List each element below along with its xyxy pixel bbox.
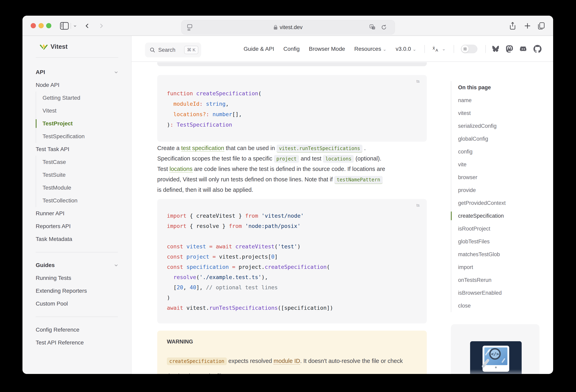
discord-icon[interactable] <box>519 45 527 53</box>
chevron-down-icon: ⌄ <box>383 47 386 52</box>
sidebar-item-vitest[interactable]: Vitest <box>36 104 131 117</box>
bluesky-icon[interactable] <box>492 45 500 53</box>
sun-icon <box>463 47 467 51</box>
sidebar-item-running-tests[interactable]: Running Tests <box>36 272 131 284</box>
toc-item-serializedconfig[interactable]: serializedConfig <box>451 120 551 132</box>
logo[interactable]: Vitest <box>23 36 131 57</box>
forward-button[interactable] <box>98 16 105 36</box>
code-line: import { resolve } from 'node:path/posix… <box>167 221 427 231</box>
nav-link-v3-0-0[interactable]: v3.0.0⌄ <box>396 46 416 52</box>
sidebar-item-label: Custom Pool <box>36 301 68 307</box>
toc-item-globtestfiles[interactable]: globTestFiles <box>451 235 551 248</box>
toc-item-ontestsrerun[interactable]: onTestsRerun <box>451 274 551 286</box>
sidebar-item-testcollection[interactable]: TestCollection <box>36 194 131 207</box>
text-link[interactable]: test specification <box>181 145 224 152</box>
sidebar-item-extending-reporters[interactable]: Extending Reporters <box>36 284 131 297</box>
toc-item-isrootproject[interactable]: isRootProject <box>451 222 551 235</box>
plain-text: Specification scopes the test file to a … <box>157 155 274 162</box>
tabs-overview-icon[interactable] <box>537 16 546 36</box>
chevron-down-icon[interactable] <box>73 16 77 36</box>
magnifier-icon: </> <box>489 348 501 360</box>
sponsor-card[interactable]: </> <box>451 324 540 374</box>
url-domain: vitest.dev <box>280 24 302 30</box>
sidebar-item-test-api-reference[interactable]: Test API Reference <box>36 336 131 349</box>
share-icon[interactable] <box>509 16 517 36</box>
toc-item-isbrowserenabled[interactable]: isBrowserEnabled <box>451 286 551 299</box>
plain-text: expects resolved <box>227 358 274 364</box>
toc-item-close[interactable]: close <box>451 299 551 312</box>
inline-code-link[interactable]: testNamePattern <box>334 176 383 184</box>
sidebar-item-task-metadata[interactable]: Task Metadata <box>36 233 131 245</box>
plain-text: that can be used in <box>224 145 277 151</box>
sidebar-item-api[interactable]: API <box>36 66 131 79</box>
sidebar-toggle-icon[interactable] <box>60 16 69 36</box>
paragraph-line: Create a test specification that can be … <box>157 143 434 153</box>
theme-toggle[interactable] <box>461 45 477 53</box>
sidebar-item-label: Node API <box>36 82 59 88</box>
navbar: Guide & APIConfigBrowser ModeResources⌄v… <box>234 36 542 62</box>
github-icon[interactable] <box>533 45 542 53</box>
toc-item-browser[interactable]: browser <box>451 171 551 184</box>
nav-link-config[interactable]: Config <box>283 46 300 52</box>
back-button[interactable] <box>84 16 91 36</box>
sidebar-item-label: Task Metadata <box>36 236 72 242</box>
sidebar-item-config-reference[interactable]: Config Reference <box>36 323 131 336</box>
code-block-example: ts import { createVitest } from 'vitest/… <box>157 199 427 323</box>
toc-item-vitest[interactable]: vitest <box>451 107 551 120</box>
toc-item-getprovidedcontext[interactable]: getProvidedContext <box>451 197 551 210</box>
lock-icon <box>274 25 278 30</box>
code-line: function createSpecification( <box>167 88 427 99</box>
toc-item-matchestestglob[interactable]: matchesTestGlob <box>451 248 551 261</box>
address-bar[interactable]: vitest.dev A 文 <box>181 20 395 34</box>
docs-sidebar: Vitest APINode APIGetting StartedVitestT… <box>23 36 132 374</box>
search-button[interactable]: Search ⌘ K <box>145 43 201 57</box>
sidebar-item-label: Runner API <box>36 210 64 217</box>
sidebar-item-custom-pool[interactable]: Custom Pool <box>36 297 131 310</box>
nav-link-browser-mode[interactable]: Browser Mode <box>309 46 345 52</box>
sidebar-item-guides[interactable]: Guides <box>36 259 131 272</box>
sidebar-item-testmodule[interactable]: TestModule <box>36 181 131 194</box>
code-block-signature: ts function createSpecification( moduleI… <box>157 75 427 142</box>
toc-item-provide[interactable]: provide <box>451 184 551 197</box>
toc-item-import[interactable]: import <box>451 261 551 274</box>
plain-text: is defined, then it will also be applied… <box>157 186 253 193</box>
toc-item-vite[interactable]: vite <box>451 158 551 171</box>
nav-link-guide-api[interactable]: Guide & API <box>244 46 274 52</box>
sidebar-item-testspecification[interactable]: TestSpecification <box>36 130 131 143</box>
warning-text: that it exists on the file system. <box>167 370 246 374</box>
sidebar-item-label: TestProject <box>43 120 73 127</box>
mastodon-icon[interactable] <box>506 45 513 53</box>
toc-item-createspecification[interactable]: createSpecification <box>451 210 551 222</box>
logo-title: Vitest <box>51 43 68 50</box>
toc-item-config[interactable]: config <box>451 145 551 158</box>
chevron-down-icon: ⌄ <box>413 47 416 52</box>
close-window-button[interactable] <box>31 23 36 28</box>
sidebar-item-label: Extending Reporters <box>36 288 87 294</box>
code-content: function createSpecification( moduleId: … <box>157 75 427 130</box>
code-line <box>167 231 427 241</box>
sidebar-item-test-task-api[interactable]: Test Task API <box>36 143 131 156</box>
toc-item-name[interactable]: name <box>451 94 551 107</box>
sidebar-item-getting-started[interactable]: Getting Started <box>36 91 131 104</box>
nav-link-resources[interactable]: Resources⌄ <box>354 46 386 52</box>
reload-icon[interactable] <box>381 20 387 34</box>
inline-code-link[interactable]: vitest.runTestSpecifications <box>277 145 363 153</box>
paragraph-line: Test locations are code lines where the … <box>157 164 434 174</box>
text-link[interactable]: module ID <box>274 358 300 364</box>
sidebar-item-testsuite[interactable]: TestSuite <box>36 169 131 181</box>
sidebar-item-node-api[interactable]: Node API <box>36 79 131 91</box>
text-link[interactable]: locations <box>170 166 192 173</box>
code-lang-badge: ts <box>416 79 420 84</box>
zoom-window-button[interactable] <box>46 23 51 28</box>
search-label: Search <box>158 47 175 53</box>
translate-icon[interactable]: A 文 <box>369 20 376 34</box>
sidebar-item-testproject[interactable]: TestProject <box>36 117 131 130</box>
new-tab-icon[interactable] <box>523 16 531 36</box>
plain-text: . <box>362 145 366 151</box>
sidebar-item-testcase[interactable]: TestCase <box>36 156 131 169</box>
toc-item-globalconfig[interactable]: globalConfig <box>451 132 551 145</box>
minimize-window-button[interactable] <box>38 23 44 28</box>
translate-icon[interactable]: ẋA⌄ <box>432 45 446 53</box>
sidebar-item-reporters-api[interactable]: Reporters API <box>36 220 131 233</box>
sidebar-item-runner-api[interactable]: Runner API <box>36 207 131 220</box>
